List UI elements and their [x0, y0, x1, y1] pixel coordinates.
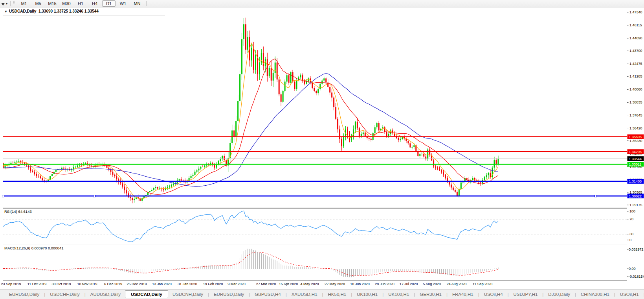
- level-line-handle[interactable]: [595, 195, 597, 197]
- timeframe-button-M5[interactable]: M5: [31, 0, 45, 7]
- price-tick-label: 1.40060: [629, 87, 642, 91]
- price-tick-label: 1.46115: [629, 23, 642, 27]
- collapse-icon[interactable]: ▼: [4, 10, 7, 13]
- chart-tab-usdchf-daily[interactable]: USDCHF,Daily: [46, 291, 84, 297]
- timeframe-button-H4[interactable]: H4: [88, 0, 101, 7]
- timeframe-button-H1[interactable]: H1: [74, 0, 87, 7]
- cursor-tool-icon[interactable]: [1, 1, 6, 6]
- rsi-tick-label: 30: [629, 232, 633, 236]
- chart-symbol-label: USDCAD,Daily: [9, 9, 36, 13]
- toolbar-separator: [10, 1, 11, 6]
- macd-tick-label: -0.018154: [629, 275, 644, 279]
- chart-tab-usoil-h1[interactable]: USOil,H1: [616, 291, 643, 297]
- date-label: 18 Nov 2019: [77, 282, 97, 286]
- rsi-line: [3, 211, 498, 242]
- timeframe-button-M15[interactable]: M15: [46, 0, 59, 7]
- chart-tab-fra40-h1[interactable]: FRA40,H1: [448, 291, 478, 297]
- chart-tab-usoil-h4[interactable]: USOil,H4: [480, 291, 507, 297]
- chart-tab-uk100-h1[interactable]: UK100,H1: [384, 291, 413, 297]
- date-label: 22 May 2020: [325, 282, 345, 286]
- chart-tab-eurusd-daily[interactable]: EURUSD,Daily: [209, 291, 248, 297]
- level-price-label: 1.33011: [629, 162, 642, 166]
- chart-ohlc-values: 1.33690 1.33725 1.33246 1.33544: [39, 9, 99, 13]
- date-label: 9 Mar 2020: [228, 282, 246, 286]
- date-label: 27 Mar 2020: [256, 282, 276, 286]
- ma-slow-line: [3, 74, 498, 186]
- bid-price-label: 1.33544: [629, 157, 642, 161]
- macd-tick-label: 0.032972: [629, 247, 644, 251]
- chart-canvas[interactable]: 1.473401.461151.448901.437001.424751.412…: [0, 0, 644, 299]
- price-tick-label: 1.47340: [629, 10, 642, 14]
- rsi-panel: 10070300: [3, 209, 636, 242]
- date-label: 15 Apr 2020: [279, 282, 298, 286]
- chart-tab-xauusd-h1[interactable]: XAUUSD,H1: [287, 291, 322, 297]
- chart-tab-dj30-daily[interactable]: DJ30,Daily: [544, 291, 574, 297]
- level-line-handle[interactable]: [94, 195, 95, 197]
- price-tick-label: 1.38835: [629, 100, 642, 104]
- date-label: 24 Aug 2020: [447, 282, 467, 286]
- chart-tab-hk50-h1[interactable]: HK50,H1: [324, 291, 351, 297]
- rsi-tick-label: 0: [629, 238, 631, 242]
- chart-tab-usdcad-daily[interactable]: USDCAD,Daily: [125, 290, 168, 298]
- chart-tab-eurusd-daily[interactable]: EURUSD,Daily: [5, 291, 44, 297]
- price-tick-label: 1.42475: [629, 62, 642, 66]
- chart-tab-usdcnh-daily[interactable]: USDCNH,Daily: [168, 291, 207, 297]
- date-label: 31 Jan 2020: [178, 282, 197, 286]
- price-tick-label: 1.37645: [629, 113, 642, 117]
- chart-title: ▼USDCAD,Daily 1.33690 1.33725 1.33246 1.…: [4, 9, 99, 13]
- date-label: 23 Sep 2019: [1, 282, 21, 286]
- price-tick-label: 1.41285: [629, 74, 642, 78]
- chart-tab-ger30-h1[interactable]: GER30,H1: [415, 291, 446, 297]
- price-axis[interactable]: 1.473401.461151.448901.437001.424751.412…: [627, 10, 644, 207]
- level-price-label: 1.35606: [629, 135, 642, 139]
- date-label: 17 Jul 2020: [400, 282, 418, 286]
- date-label: 30 Oct 2019: [51, 282, 71, 286]
- rsi-tick-label: 100: [629, 209, 635, 213]
- panel-frames: [3, 8, 627, 281]
- date-label: 4 May 2020: [300, 282, 319, 286]
- price-tick-label: 1.44890: [629, 36, 642, 40]
- macd-panel: [3, 249, 498, 277]
- rsi-indicator-label: RSI(14) 64.6143: [4, 209, 32, 214]
- price-tick-label: 1.35230: [629, 139, 642, 143]
- date-label: 10 Jun 2020: [350, 282, 370, 286]
- level-price-label: 1.31405: [629, 179, 642, 183]
- chart-tab-audusd-daily[interactable]: AUDUSD,Daily: [86, 291, 125, 297]
- timeframe-button-M30[interactable]: M30: [60, 0, 73, 7]
- price-tick-label: 1.43700: [629, 49, 642, 53]
- date-label: 6 Dec 2019: [104, 282, 122, 286]
- price-tick-label: 1.29175: [629, 203, 642, 207]
- date-label: 29 Jun 2020: [375, 282, 394, 286]
- timeframe-button-W1[interactable]: W1: [116, 0, 130, 7]
- level-price-label: 1.30022: [629, 194, 642, 198]
- date-label: 11 Sep 2020: [473, 282, 492, 286]
- chart-tab-gbpusd-h4[interactable]: GBPUSD,H4: [250, 291, 285, 297]
- date-label: 25 Dec 2019: [127, 282, 147, 286]
- date-label: 13 Jan 2020: [152, 282, 172, 286]
- level-price-label: 1.34206: [629, 150, 642, 154]
- ma-fast-line: [3, 43, 498, 199]
- rsi-tick-label: 70: [629, 217, 633, 221]
- toolbar: ▾ M1M5M15M30H1H4D1W1MN: [0, 0, 644, 7]
- macd-tick-label: 0.00: [629, 267, 636, 271]
- date-label: 5 Aug 2020: [423, 282, 441, 286]
- timeframe-button-M1[interactable]: M1: [17, 0, 31, 7]
- chart-tab-usdjpy-h1[interactable]: USDJPY,H1: [509, 291, 542, 297]
- toolbar-separator: [146, 1, 147, 6]
- price-tick-label: 1.36420: [629, 126, 642, 130]
- date-label: 19 Feb 2020: [203, 282, 223, 286]
- chart-tab-china300-h1[interactable]: CHINA300,H1: [576, 291, 614, 297]
- chart-tab-bar: EURUSD,Daily|USDCHF,Daily|AUDUSD,DailyUS…: [0, 289, 644, 299]
- timeframe-button-MN[interactable]: MN: [130, 0, 144, 7]
- macd-indicator-label: MACD(12,26,9) 0.003970 0.000841: [4, 246, 64, 250]
- chart-tab-uk100-h1[interactable]: UK100,H1: [352, 291, 382, 297]
- cursor-tool-dropdown-icon[interactable]: ▾: [6, 2, 7, 6]
- ma-mid-line: [3, 59, 498, 194]
- date-axis[interactable]: 23 Sep 201911 Oct 201930 Oct 201918 Nov …: [0, 281, 644, 289]
- toolbar-grip[interactable]: [13, 1, 15, 6]
- level-line-handle[interactable]: [2, 195, 4, 197]
- timeframe-button-D1[interactable]: D1: [102, 0, 116, 7]
- macd-signal-line: [3, 252, 498, 276]
- date-label: 11 Oct 2019: [28, 282, 46, 286]
